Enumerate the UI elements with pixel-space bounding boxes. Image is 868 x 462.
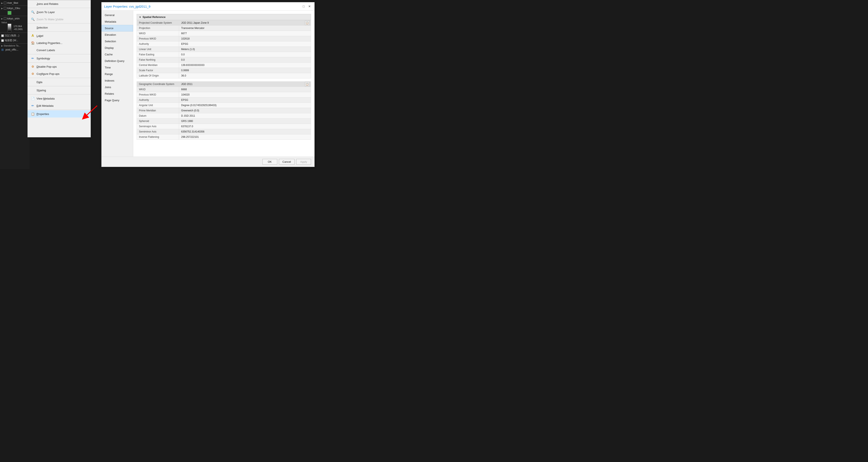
menu-item-edit-metadata[interactable]: ✏ Edit Metadata (28, 102, 91, 109)
nav-item-cache[interactable]: Cache (101, 51, 133, 58)
nav-item-definition-query[interactable]: Definition Query (101, 58, 133, 64)
value-max: 170.964 (12, 25, 24, 28)
layer-item-river[interactable]: ▶ river_9kei (0, 1, 30, 5)
geographic-props-table: Geographic Coordinate System JGD 2011 📋 … (136, 81, 311, 140)
copy-geographic-button[interactable]: 📋 (305, 82, 310, 86)
nav-item-display[interactable]: Display (101, 45, 133, 51)
dialog-title: Layer Properties: cvs_jgd2011_9 (104, 5, 150, 8)
layer-item-tokyo23[interactable]: ▶ tokyo_23ku (0, 6, 30, 10)
layer-checkbox-river[interactable] (4, 2, 6, 4)
cancel-button[interactable]: Cancel (279, 159, 294, 165)
table-row: WKID 6677 (137, 31, 311, 36)
menu-item-view-metadata[interactable]: 📄 View Metadata (28, 95, 91, 102)
menu-item-symbology[interactable]: ✏ Symbology (28, 55, 91, 62)
menu-item-zoom-visible: 🔍 Zoom To Make Visible (28, 16, 91, 23)
dialog-close-button[interactable]: ✕ (307, 4, 312, 9)
geo-key-0: WKID (137, 87, 179, 92)
layer-item-postoffice[interactable]: ⊞ post_offic... (0, 47, 30, 52)
nav-item-selection[interactable]: Selection (101, 38, 133, 45)
proj-key-5: False Easting (137, 52, 179, 57)
menu-item-selection[interactable]: Selection (28, 24, 91, 31)
menu-item-properties[interactable]: 📋 Properties (28, 110, 91, 117)
layer-label-srtm: tokyo_srtm (7, 17, 20, 20)
sharing-icon (31, 88, 35, 92)
proj-val-0: Transverse Mercator (179, 26, 311, 31)
nav-item-relates[interactable]: Relates (101, 90, 133, 97)
label-icon: A (31, 34, 35, 38)
proj-val-5: 0.0 (179, 52, 311, 57)
proj-key-1: WKID (137, 31, 179, 36)
menu-item-disable-popups[interactable]: ⚙ Disable Pop-ups (28, 63, 91, 70)
spatial-reference-header: ▼ Spatial Reference (136, 14, 311, 20)
table-row: Authority EPSG (137, 97, 311, 103)
nav-item-metadata[interactable]: Metadata (101, 19, 133, 25)
nav-item-joins[interactable]: Joins (101, 84, 133, 90)
menu-label-sharing: Sharing (36, 89, 88, 92)
menu-item-labeling-props[interactable]: 🏠 Labeling Properties... (28, 39, 91, 47)
table-row: Prime Meridian Greenwich (0.0) (137, 108, 311, 113)
geo-label: Geographic Coordinate System (137, 82, 179, 87)
menu-item-label[interactable]: A Label (28, 32, 91, 39)
layer-item-srtm[interactable]: ▶ tokyo_srtm (0, 17, 30, 21)
menu-item-configure-popups[interactable]: ⚙ Configure Pop-ups (28, 70, 91, 77)
menu-item-data[interactable]: Data (28, 79, 91, 86)
layer-item-chuki[interactable]: 注記 (地形...) (0, 33, 30, 38)
layer-checkbox-chuki[interactable] (1, 34, 4, 37)
menu-item-sharing[interactable]: Sharing (28, 87, 91, 94)
proj-key-6: False Northing (137, 57, 179, 63)
labeling-props-icon: 🏠 (31, 41, 35, 45)
table-row: Previous WKID 104020 (137, 92, 311, 97)
table-row: WKID 6668 (137, 87, 311, 92)
menu-label-view-metadata: View Metadata (36, 97, 88, 100)
menu-label-symbology: Symbology (36, 57, 88, 60)
nav-item-range[interactable]: Range (101, 71, 133, 77)
geo-val-8: 6356752.314140356 (179, 129, 311, 135)
nav-item-general[interactable]: General (101, 12, 133, 19)
proj-val-3: EPSG (179, 41, 311, 47)
convert-labels-icon (31, 48, 35, 52)
geo-val-5: D JGD 2011 (179, 113, 311, 119)
dialog-footer: OK Cancel Apply (101, 156, 314, 167)
data-icon (31, 80, 35, 84)
layer-item-chikei[interactable]: 地形図 (W... (0, 38, 30, 43)
menu-label-zoom-visible: Zoom To Make Visible (36, 18, 88, 21)
geo-key-3: Angular Unit (137, 103, 179, 108)
nav-item-time[interactable]: Time (101, 64, 133, 71)
dialog-content: ▼ Spatial Reference Projected Coordinate… (133, 10, 314, 156)
layer-checkbox-srtm[interactable] (4, 17, 6, 20)
menu-label-configure-popups: Configure Pop-ups (36, 72, 88, 76)
gradient-swatch (8, 24, 11, 32)
layer-label-postoffice: post_offic... (5, 48, 19, 51)
nav-item-elevation[interactable]: Elevation (101, 31, 133, 38)
menu-item-joins-relates[interactable]: Joins and Relates (28, 0, 91, 7)
layer-checkbox-chikei[interactable] (1, 39, 4, 42)
nav-item-page-query[interactable]: Page Query (101, 97, 133, 104)
table-row: Semiminor Axis 6356752.314140356 (137, 129, 311, 135)
nav-item-source[interactable]: Source (101, 25, 133, 31)
value-label: Value (0, 21, 30, 24)
layer-checkbox-tokyo23[interactable] (4, 7, 6, 9)
menu-item-zoom-to-layer[interactable]: 🔍 Zoom To Layer (28, 8, 91, 16)
table-row: Angular Unit Degree (0.0174532925199433) (137, 103, 311, 108)
table-row: Scale Factor 0.9999 (137, 68, 311, 73)
apply-button[interactable]: Apply (296, 159, 311, 165)
menu-label-convert-labels: Convert Labels (36, 49, 88, 52)
table-icon: ⊞ (1, 48, 4, 51)
copy-projected-button[interactable]: 📋 (305, 21, 310, 25)
table-row: Projection Transverse Mercator (137, 26, 311, 31)
joins-relates-icon (31, 2, 35, 6)
geo-key-5: Datum (137, 113, 179, 119)
projected-header-row: Projected Coordinate System JGD 2011 Jap… (137, 20, 311, 26)
proj-key-0: Projection (137, 26, 179, 31)
ok-button[interactable]: OK (262, 159, 277, 165)
menu-item-convert-labels[interactable]: Convert Labels (28, 47, 91, 54)
geo-key-6: Spheroid (137, 119, 179, 124)
menu-label-disable-popups: Disable Pop-ups (36, 65, 88, 68)
table-row: Linear Unit Meters (1.0) (137, 47, 311, 52)
nav-item-indexes[interactable]: Indexes (101, 77, 133, 84)
projected-label: Projected Coordinate System (137, 20, 179, 26)
dialog-minimize-button[interactable]: □ (301, 4, 306, 9)
selection-icon (31, 25, 35, 30)
value-min: -43.2401 (12, 28, 24, 31)
layer-label-river: river_9kei (7, 1, 18, 4)
